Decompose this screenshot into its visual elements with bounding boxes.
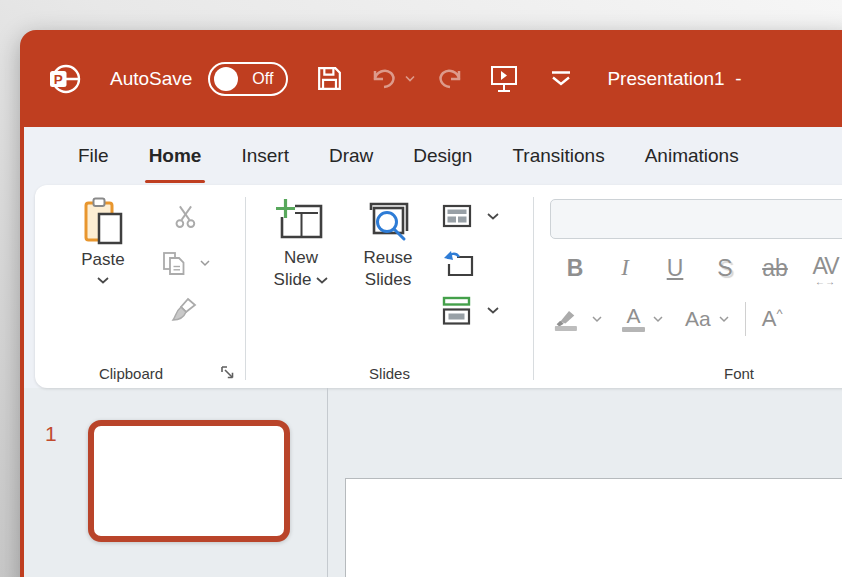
new-slide-icon <box>274 195 328 247</box>
clipboard-mini-column <box>155 193 215 334</box>
undo-icon <box>369 65 399 92</box>
reuse-slides-button[interactable]: Reuse Slides <box>348 195 428 291</box>
new-slide-label-1: New <box>284 247 318 269</box>
tab-file[interactable]: File <box>58 127 129 185</box>
reset-slide-button[interactable] <box>442 240 522 287</box>
chevron-down-icon <box>592 316 602 323</box>
ribbon-panel: Paste <box>35 185 842 388</box>
redo-button[interactable] <box>435 65 465 92</box>
toggle-knob <box>214 67 238 91</box>
slide-canvas[interactable] <box>345 478 842 577</box>
tab-design[interactable]: Design <box>393 127 492 185</box>
window-content: File Home Insert Draw Design Transitions… <box>24 127 842 577</box>
font-buttons-row-1: B I U S ab AV ←→ <box>550 247 842 289</box>
text-shadow-button[interactable]: S <box>700 255 750 282</box>
window-title: Presentation1 - <box>607 68 741 90</box>
reuse-slides-label-2: Slides <box>365 269 411 291</box>
section-icon <box>442 296 472 326</box>
start-slideshow-icon <box>487 63 521 95</box>
svg-text:P: P <box>54 72 63 87</box>
clipboard-group-label: Clipboard <box>35 365 245 382</box>
copy-button[interactable] <box>160 240 210 287</box>
chevron-down-icon <box>719 316 729 323</box>
italic-button[interactable]: I <box>600 255 650 281</box>
tab-transitions[interactable]: Transitions <box>492 127 624 185</box>
font-buttons-row-2: A Aa A^ <box>554 297 782 341</box>
copy-chevron-icon <box>200 260 210 267</box>
chevron-down-icon <box>487 307 499 314</box>
font-color-bar <box>622 327 645 333</box>
font-group: B I U S ab AV ←→ <box>534 185 842 388</box>
strikethrough-button[interactable]: ab <box>750 255 800 282</box>
autosave-state: Off <box>252 70 273 88</box>
redo-icon <box>435 65 465 92</box>
tab-draw[interactable]: Draw <box>309 127 393 185</box>
paste-label: Paste <box>81 249 124 271</box>
chevron-down-icon <box>653 316 663 323</box>
tab-animations[interactable]: Animations <box>625 127 759 185</box>
dialog-launcher-icon <box>220 365 235 380</box>
ribbon: Paste <box>24 185 842 388</box>
row-divider <box>745 302 746 336</box>
new-slide-button[interactable]: New Slide <box>262 195 340 291</box>
chevron-down-icon <box>405 75 415 82</box>
slide-1-thumbnail[interactable] <box>88 420 290 542</box>
font-color-button[interactable]: A <box>622 306 645 333</box>
save-button[interactable] <box>314 63 345 94</box>
bold-button[interactable]: B <box>550 255 600 282</box>
undo-menu-chevron[interactable] <box>405 75 415 82</box>
reuse-slides-icon <box>361 195 415 247</box>
editor-area <box>328 388 842 577</box>
font-group-label: Font <box>664 365 814 382</box>
highlighter-button[interactable] <box>554 305 584 333</box>
workspace: 1 <box>24 388 842 577</box>
save-icon <box>314 63 345 94</box>
desktop: P AutoSave Off <box>0 0 842 577</box>
font-color-letter: A <box>626 306 640 326</box>
highlighter-icon <box>554 305 584 333</box>
cut-button[interactable] <box>172 193 199 240</box>
autosave-label: AutoSave <box>110 68 192 90</box>
format-painter-icon <box>171 297 199 324</box>
powerpoint-window: P AutoSave Off <box>20 30 842 577</box>
change-case-button[interactable]: Aa <box>685 307 711 331</box>
undo-button[interactable] <box>369 65 399 92</box>
slides-group: New Slide <box>246 185 533 388</box>
slide-thumbnail-panel: 1 <box>24 388 327 577</box>
slide-layout-icon <box>442 204 473 229</box>
character-spacing-label: AV <box>813 253 838 279</box>
new-slide-label-2: Slide <box>274 269 312 291</box>
slide-layout-button[interactable] <box>442 193 522 240</box>
spacing-arrows-icon: ←→ <box>800 280 842 284</box>
powerpoint-logo-icon: P <box>46 60 84 98</box>
paste-icon <box>79 195 127 249</box>
tab-insert[interactable]: Insert <box>221 127 309 185</box>
chevron-down-icon <box>316 277 328 284</box>
ribbon-tab-strip: File Home Insert Draw Design Transitions… <box>24 127 842 185</box>
underline-button[interactable]: U <box>650 255 700 282</box>
cut-icon <box>172 203 199 230</box>
slides-mini-column <box>442 193 522 334</box>
qat-overflow-button[interactable] <box>549 70 573 87</box>
tab-home[interactable]: Home <box>129 127 222 185</box>
format-painter-button[interactable] <box>171 287 199 334</box>
autosave-toggle[interactable]: Off <box>208 62 288 96</box>
start-slideshow-button[interactable] <box>487 63 521 95</box>
grow-font-letter: A <box>762 306 777 331</box>
reset-slide-icon <box>442 249 475 278</box>
qat-overflow-icon <box>549 70 573 87</box>
chevron-down-icon <box>487 213 499 220</box>
character-spacing-button[interactable]: AV ←→ <box>800 253 842 284</box>
reuse-slides-label-1: Reuse <box>363 247 412 269</box>
clipboard-group: Paste <box>35 185 245 388</box>
section-button[interactable] <box>442 287 522 334</box>
slides-group-label: Slides <box>246 365 533 382</box>
paste-button[interactable]: Paste <box>67 195 139 284</box>
font-name-combobox[interactable] <box>550 199 842 239</box>
chevron-down-icon <box>97 277 109 284</box>
clipboard-dialog-launcher[interactable] <box>220 365 235 380</box>
slide-number: 1 <box>45 422 57 446</box>
increase-font-size-button[interactable]: A^ <box>762 306 783 332</box>
copy-icon <box>160 250 189 278</box>
title-bar: P AutoSave Off <box>20 30 842 127</box>
